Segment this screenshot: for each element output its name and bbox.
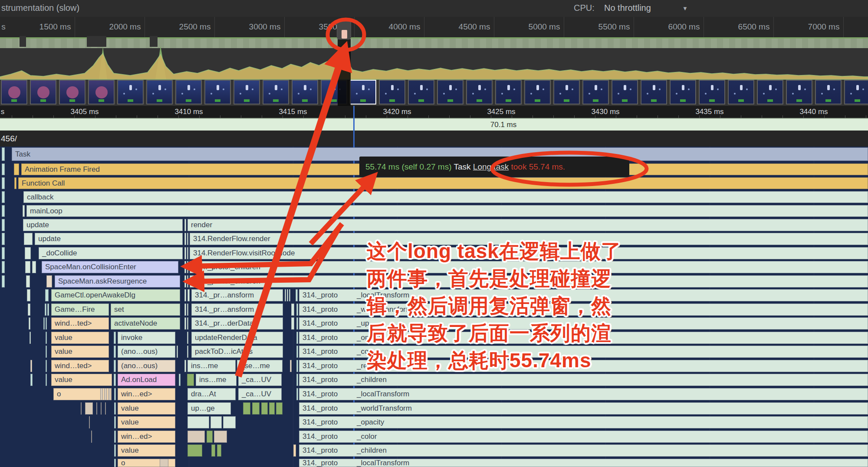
flame-bar[interactable]: 314._proto_children (299, 444, 868, 457)
filmstrip-frame[interactable] (495, 80, 522, 105)
filmstrip-frame[interactable] (88, 80, 115, 105)
flame-bar-label: 314._proto (302, 319, 338, 328)
flame-bar[interactable]: activateNode (111, 317, 180, 330)
flame-bar[interactable]: update (23, 219, 183, 231)
flame-bar[interactable]: packToD…icAtlas (191, 346, 283, 358)
detail-tick-label: 3435 ms (675, 108, 744, 116)
hud-bar (418, 99, 424, 102)
flame-bar[interactable]: 314._proto_localTransform (299, 459, 868, 467)
flame-bar[interactable]: mainLoop (26, 205, 868, 217)
flame-bar[interactable]: (ano…ous) (118, 360, 175, 372)
flame-bar-label: 314._proto (302, 362, 338, 370)
filmstrip-frame[interactable] (728, 80, 754, 105)
chevron-down-icon[interactable]: ▼ (682, 5, 688, 12)
filmstrip-frame[interactable] (670, 80, 696, 105)
flame-bar[interactable]: _ca…UV (238, 388, 282, 400)
flame-sliver (46, 374, 47, 386)
flame-bar[interactable]: win…ed> (118, 431, 175, 443)
filmstrip-frame[interactable] (815, 80, 842, 105)
filmstrip-frame[interactable] (786, 80, 812, 105)
flame-bar-label: _children (357, 376, 387, 384)
filmstrip-frame[interactable] (1, 80, 27, 105)
flame-bar[interactable]: _doCollide (39, 247, 183, 259)
flame-bar[interactable]: value (51, 346, 109, 358)
flame-bar[interactable]: Game…Fire (51, 304, 109, 316)
filmstrip-frame[interactable] (553, 80, 580, 105)
filmstrip-frame[interactable] (233, 80, 260, 105)
flame-bar[interactable]: Function Call (18, 177, 868, 189)
filmstrip-frame[interactable] (524, 80, 551, 105)
flame-sliver (28, 304, 30, 316)
flame-sliver (101, 402, 102, 415)
flame-bar[interactable]: SpaceMan.onCollisionEnter (42, 261, 178, 273)
flame-bar[interactable]: 314._proto_color (299, 431, 868, 443)
flame-bar[interactable]: updateRenderData (191, 332, 283, 344)
filmstrip-frame[interactable] (292, 80, 318, 105)
filmstrip-frame[interactable] (204, 80, 231, 105)
flame-bar[interactable]: value (51, 374, 112, 386)
flame-bar[interactable]: ins…me (187, 360, 236, 372)
filmstrip-frame[interactable] (175, 80, 202, 105)
flame-bar[interactable]: up…ge (187, 402, 231, 415)
flame-bar[interactable]: 314._pr…ansform (191, 289, 283, 301)
flame-bar[interactable]: Ad.onLoad (118, 374, 175, 386)
flame-bar[interactable]: dra…At (187, 388, 236, 400)
flame-bar[interactable]: wind…ted> (51, 360, 109, 372)
filmstrip-frame[interactable] (117, 80, 144, 105)
timeline-overview[interactable]: s1500 ms2000 ms2500 ms3000 ms3500 ms4000… (0, 17, 868, 106)
flame-bar[interactable]: 314._proto_localTransform (299, 388, 868, 400)
annotation-line: 两件事，首先是处理碰撞逻 (367, 265, 621, 292)
flame-bar[interactable]: _ca…UV (238, 374, 282, 386)
flame-bar[interactable]: 314._proto_opacity (299, 416, 868, 428)
flame-bar[interactable]: (ano…ous) (118, 346, 175, 358)
flame-bar[interactable]: value (118, 402, 175, 415)
flame-bar[interactable]: 314._pr…derData (191, 317, 283, 330)
filmstrip-frame[interactable] (757, 80, 783, 105)
flame-bar[interactable]: render (187, 219, 868, 231)
flame-bar[interactable]: value (51, 332, 109, 344)
flame-bar[interactable]: wind…ted> (51, 317, 109, 330)
hud-bar (535, 99, 540, 102)
sprite-dot (327, 93, 329, 95)
hud-bar (477, 99, 482, 102)
sprite-dot (152, 93, 154, 95)
filmstrip-frame[interactable] (612, 80, 638, 105)
filmstrip-frame[interactable] (146, 80, 173, 105)
filmstrip-frame[interactable] (699, 80, 725, 105)
filmstrip-frame[interactable] (582, 80, 609, 105)
flame-bar[interactable]: value (118, 444, 175, 457)
flame-bar[interactable]: 314._proto_worldTransform (299, 402, 868, 415)
flame-sliver (2, 261, 5, 273)
filmstrip-frame[interactable] (30, 80, 56, 105)
flame-bar[interactable]: 314._pr…ansform (191, 304, 283, 316)
flame-bar[interactable]: _se…me (237, 360, 283, 372)
flame-bar[interactable]: SpaceMan.askResurgence (55, 275, 180, 287)
filmstrip-frame[interactable] (437, 80, 464, 105)
filmstrip-frame[interactable] (408, 80, 434, 105)
flame-sliver (2, 191, 5, 203)
flame-bar[interactable]: callback (23, 191, 868, 203)
filmstrip-frame[interactable] (844, 80, 868, 105)
flame-bar[interactable]: ins…me (196, 374, 237, 386)
filmstrip-frame[interactable] (466, 80, 493, 105)
flame-bar[interactable]: 314._proto_children (299, 374, 868, 386)
main-track-header[interactable]: 456/ (0, 131, 868, 147)
filmstrip-frame[interactable] (263, 80, 289, 105)
flame-bar-label: updateRenderData (195, 333, 257, 342)
flame-bar[interactable]: invoke (118, 332, 175, 344)
flame-sliver (30, 360, 32, 372)
long-task-link[interactable]: Long task (473, 162, 509, 171)
scrubber-grip[interactable] (342, 30, 347, 39)
filmstrip-frame[interactable] (379, 80, 405, 105)
filmstrip-frame[interactable] (641, 80, 667, 105)
flame-bar[interactable]: set (111, 304, 180, 316)
hud-bar (99, 99, 104, 102)
flame-bar[interactable]: value (118, 416, 175, 428)
cpu-throttling-select[interactable]: No throttling (604, 3, 651, 13)
flame-bar[interactable]: win…ed> (118, 388, 175, 400)
flame-bar[interactable]: update (35, 233, 183, 245)
flame-bar[interactable]: GameCtl.openAwakeDlg (51, 289, 180, 301)
flame-bar-label: o (121, 459, 125, 467)
filmstrip-frame[interactable] (350, 80, 376, 105)
filmstrip-frame[interactable] (59, 80, 85, 105)
